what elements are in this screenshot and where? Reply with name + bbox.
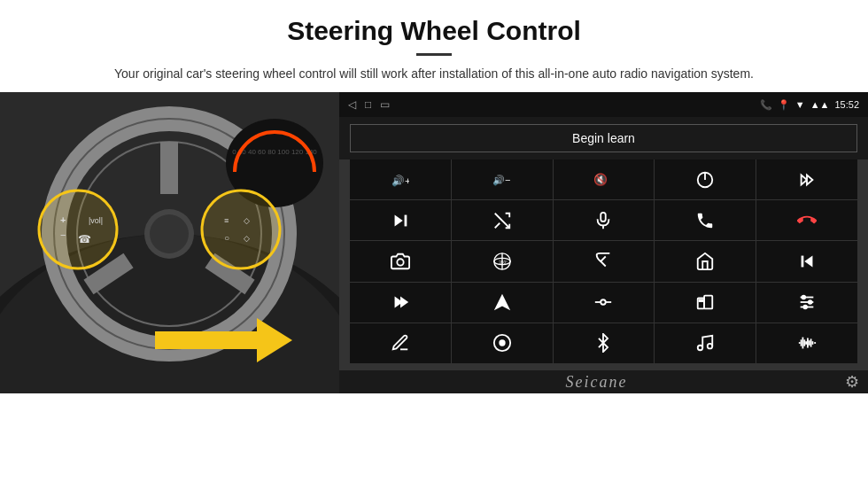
hang-up-button[interactable] [756,200,857,240]
title-divider [416,53,452,56]
page-wrapper: Steering Wheel Control Your original car… [0,0,868,482]
svg-rect-49 [704,296,712,309]
status-bar: ◁ □ ▭ 📞 📍 ▼ ▲▲ 15:52 [339,92,868,117]
bluetooth-button[interactable] [554,323,655,363]
seicane-logo: Seicane [566,373,628,392]
svg-point-54 [802,296,806,299]
back-button[interactable] [554,241,655,281]
time-display: 15:52 [834,99,859,110]
svg-point-13 [39,190,117,268]
vol-mute-button[interactable]: 🔇 [554,159,655,199]
wifi-icon: ▼ [795,99,805,110]
begin-learn-row: Begin learn [339,117,868,159]
svg-marker-44 [494,294,510,310]
signal-icon: ▲▲ [810,99,830,110]
360-view-button[interactable]: 360° [452,241,553,281]
svg-marker-40 [804,256,812,268]
fast-forward-button[interactable] [350,283,451,323]
equalizer-button[interactable] [554,283,655,323]
photo-panel: 0 20 40 60 80 100 120 140 + |vol| − ☎ ≡ … [0,92,339,393]
vol-up-button[interactable]: 🔊+ [350,159,451,199]
home-button[interactable] [655,241,756,281]
bottom-logo: Seicane ⚙ [339,370,868,393]
svg-point-45 [601,299,607,305]
music-note-button[interactable] [655,323,756,363]
phone-call-button[interactable] [655,200,756,240]
svg-rect-41 [802,256,804,268]
svg-point-55 [809,300,812,304]
svg-text:◇: ◇ [244,234,250,243]
circle-dot-button[interactable] [452,323,553,363]
phone-icon: 📞 [760,99,772,111]
svg-rect-33 [601,213,607,222]
main-title: Steering Wheel Control [53,16,815,46]
svg-text:🔇: 🔇 [593,172,608,186]
pen-button[interactable] [350,323,451,363]
svg-text:🔊+: 🔊+ [391,175,409,187]
android-panel: ◁ □ ▭ 📞 📍 ▼ ▲▲ 15:52 Begin learn [339,92,868,393]
content-area: 0 20 40 60 80 100 120 140 + |vol| − ☎ ≡ … [0,92,868,482]
svg-point-60 [708,344,713,349]
svg-point-10 [150,214,189,253]
svg-text:🔊−: 🔊− [492,173,510,185]
svg-marker-28 [802,175,813,184]
vol-down-button[interactable]: 🔊− [452,159,553,199]
svg-text:|vol|: |vol| [89,216,103,225]
svg-text:360°: 360° [499,260,508,265]
back-nav-icon[interactable]: ◁ [348,98,356,111]
location-icon: 📍 [778,99,790,111]
recent-nav-icon[interactable]: ▭ [380,98,390,111]
waveform-button[interactable] [756,323,857,363]
svg-text:≡: ≡ [224,216,229,225]
camera-button[interactable] [350,241,451,281]
folder-button[interactable] [655,283,756,323]
svg-rect-30 [404,214,407,226]
svg-text:○: ○ [224,233,229,243]
svg-text:+: + [60,214,66,225]
svg-point-58 [500,341,505,346]
svg-point-35 [397,259,403,265]
next-track-button[interactable] [350,200,451,240]
status-left: ◁ □ ▭ [348,98,390,111]
svg-text:◇: ◇ [244,216,250,225]
svg-marker-29 [394,214,402,226]
home-nav-icon[interactable]: □ [365,98,371,111]
svg-rect-50 [700,299,703,301]
navigate-button[interactable] [452,283,553,323]
svg-marker-43 [400,297,408,308]
header-section: Steering Wheel Control Your original car… [0,0,868,92]
gear-icon[interactable]: ⚙ [845,372,859,392]
shuffle-button[interactable] [452,200,553,240]
svg-point-59 [698,346,703,351]
svg-text:☎: ☎ [78,233,91,245]
svg-text:−: − [60,229,66,240]
svg-line-32 [494,223,500,229]
button-grid: 🔊+ 🔊− 🔇 [339,159,868,370]
begin-learn-button[interactable]: Begin learn [350,124,857,152]
subtitle: Your original car's steering wheel contr… [71,65,797,83]
svg-point-14 [202,190,280,268]
phone-prev-button[interactable] [756,159,857,199]
sliders-button[interactable] [756,283,857,323]
steering-wheel-svg: 0 20 40 60 80 100 120 140 + |vol| − ☎ ≡ … [0,92,339,393]
status-right: 📞 📍 ▼ ▲▲ 15:52 [760,99,859,111]
mic-button[interactable] [554,200,655,240]
skip-back-button[interactable] [756,241,857,281]
svg-point-56 [803,306,807,309]
power-button[interactable] [655,159,756,199]
svg-text:0  20  40  60  80  100  120  1: 0 20 40 60 80 100 120 140 [232,148,317,156]
